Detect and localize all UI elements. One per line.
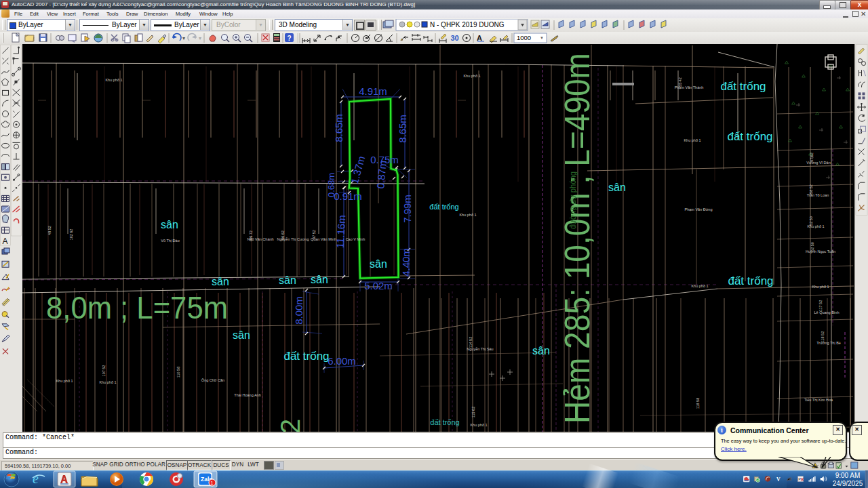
svg-text:Khu phố 1: Khu phố 1 xyxy=(105,78,122,82)
svg-text:8.00m: 8.00m xyxy=(293,296,304,325)
svg-text:2: 2 xyxy=(275,419,305,432)
svg-text:Hẻm 285: 10,0m ; L=490m: Hẻm 285: 10,0m ; L=490m xyxy=(557,53,597,424)
svg-text:sân: sân xyxy=(608,182,626,193)
svg-text:Nguyễn Thị Sáu: Nguyễn Thị Sáu xyxy=(467,347,493,351)
svg-text:Khu phố 1: Khu phố 1 xyxy=(684,138,701,142)
svg-text:sân: sân xyxy=(212,276,229,287)
svg-text:▾: ▾ xyxy=(199,35,201,41)
svg-text:0.87m: 0.87m xyxy=(374,160,389,189)
svg-text:sân: sân xyxy=(311,274,328,285)
svg-text:Cao V Minh: Cao V Minh xyxy=(346,237,366,241)
svg-text:Trần Tố Loan: Trần Tố Loan xyxy=(807,193,829,197)
svg-text:V: V xyxy=(776,476,781,483)
svg-text:Khu phố 1: Khu phố 1 xyxy=(691,284,708,288)
svg-text:đường dự phóng: đường dự phóng xyxy=(568,171,578,229)
svg-text:8.65m: 8.65m xyxy=(397,115,408,143)
svg-text:?: ? xyxy=(288,35,292,42)
svg-text:Khu phố 1: Khu phố 1 xyxy=(807,224,824,228)
svg-text:0.91m: 0.91m xyxy=(334,190,362,202)
svg-text:P: P xyxy=(798,477,801,481)
svg-text:117 52: 117 52 xyxy=(818,300,823,311)
svg-text:Khu phố 1: Khu phố 1 xyxy=(56,379,73,383)
svg-text:sân: sân xyxy=(279,274,296,286)
svg-text:Phạm Văn Đứng: Phạm Văn Đứng xyxy=(685,207,713,211)
svg-text:Vương Vĩ Dân: Vương Vĩ Dân xyxy=(806,161,830,165)
svg-text:1.37m: 1.37m xyxy=(349,155,367,185)
svg-text:e: e xyxy=(33,471,39,486)
svg-text:Ngô Văn Chánh: Ngô Văn Chánh xyxy=(247,237,273,241)
svg-text:đất trống: đất trống xyxy=(727,130,772,143)
svg-text:đất trống: đất trống xyxy=(429,203,458,211)
svg-text:N - QHPK 2019 DUONG: N - QHPK 2019 DUONG xyxy=(430,21,505,28)
svg-text:đất trống: đất trống xyxy=(283,350,329,363)
svg-text:sân: sân xyxy=(161,219,178,230)
svg-text:Vũ Thị Đào: Vũ Thị Đào xyxy=(161,239,179,243)
svg-text:Khu phố 1: Khu phố 1 xyxy=(99,380,116,384)
svg-text:đất trống: đất trống xyxy=(728,274,773,287)
svg-text:đất trống: đất trống xyxy=(430,418,459,426)
svg-text:107 52: 107 52 xyxy=(102,365,106,377)
svg-text:1000: 1000 xyxy=(517,34,531,41)
svg-text:8.65m: 8.65m xyxy=(333,114,344,142)
svg-text:Quan Văn Minh: Quan Văn Minh xyxy=(311,237,336,241)
svg-text:11.16m: 11.16m xyxy=(334,215,348,249)
svg-text:Nguyễn Thị Cương: Nguyễn Thị Cương xyxy=(277,237,309,241)
svg-text:sân: sân xyxy=(370,258,387,270)
svg-text:▾: ▾ xyxy=(182,35,185,41)
svg-text:đất trống: đất trống xyxy=(720,80,766,93)
svg-text:4.40m: 4.40m xyxy=(400,248,412,277)
svg-text:Khu phố 1: Khu phố 1 xyxy=(459,213,476,217)
svg-text:24/9/2025: 24/9/2025 xyxy=(833,480,863,487)
svg-text:8,0m ; L=75m: 8,0m ; L=75m xyxy=(46,290,228,325)
svg-text:110 58: 110 58 xyxy=(176,367,180,378)
svg-text:58 52: 58 52 xyxy=(809,184,813,194)
svg-text:▼: ▼ xyxy=(540,36,544,40)
svg-text:5.02m: 5.02m xyxy=(364,280,393,291)
svg-text:6.00m: 6.00m xyxy=(328,355,356,367)
svg-text:4.91m: 4.91m xyxy=(359,85,387,97)
svg-text:114 52: 114 52 xyxy=(469,337,473,348)
svg-text:sân: sân xyxy=(532,345,550,357)
svg-text:118 58: 118 58 xyxy=(696,398,700,409)
svg-text:Thái Hoàng Anh: Thái Hoàng Anh xyxy=(234,393,260,397)
svg-text:Khu phố 1: Khu phố 1 xyxy=(470,423,487,427)
svg-text:Lê Quang Bình: Lê Quang Bình xyxy=(814,310,839,314)
svg-text:sân: sân xyxy=(233,329,250,341)
svg-text:A: A xyxy=(3,237,8,246)
svg-text:9:00 AM: 9:00 AM xyxy=(835,472,861,479)
svg-text:A: A xyxy=(477,34,482,42)
svg-text:1: 1 xyxy=(211,481,214,485)
svg-text:Khu phố 1: Khu phố 1 xyxy=(812,285,829,289)
svg-text:Trương Thị Bé: Trương Thị Bé xyxy=(816,341,841,345)
svg-text:Tiểu Thị Kim Hoà: Tiểu Thị Kim Hoà xyxy=(804,398,833,402)
svg-text:Ông Chữ Cần: Ông Chữ Cần xyxy=(201,378,224,382)
svg-text:30: 30 xyxy=(451,34,459,42)
svg-text:102 62: 102 62 xyxy=(69,229,73,241)
svg-text:7.99m: 7.99m xyxy=(401,195,413,223)
svg-text:Phạm Văn Thành: Phạm Văn Thành xyxy=(675,85,704,89)
svg-text:115 62: 115 62 xyxy=(471,407,475,418)
svg-text:Khu phố 1: Khu phố 1 xyxy=(463,74,480,78)
svg-text:Huỳnh Ngọc Tuấn: Huỳnh Ngọc Tuấn xyxy=(806,249,835,253)
svg-text:49 52: 49 52 xyxy=(47,226,52,235)
